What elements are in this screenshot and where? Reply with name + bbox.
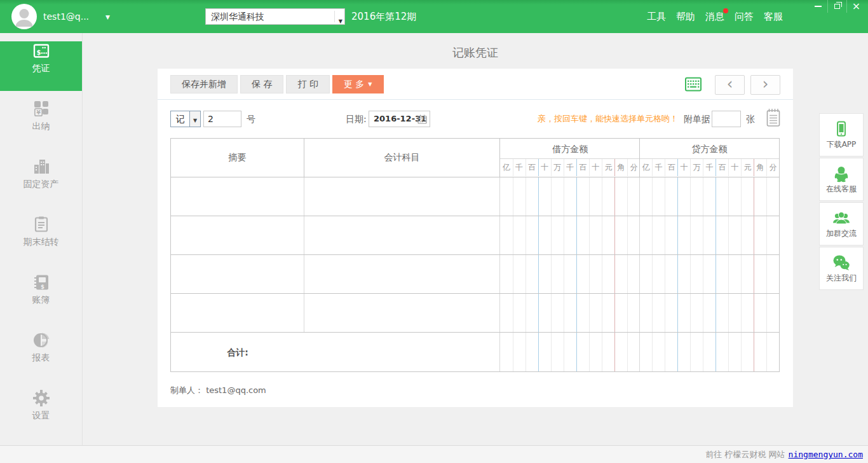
amount-digit-cell[interactable] (526, 177, 538, 216)
amount-digit-cell[interactable] (576, 294, 589, 332)
amount-digit-cell[interactable] (754, 177, 766, 216)
sidebar-item-fixed-assets[interactable]: 固定资产 (0, 157, 82, 207)
amount-digit-cell[interactable] (741, 294, 754, 332)
amount-digit-cell[interactable] (526, 216, 538, 254)
amount-digit-cell[interactable] (690, 294, 703, 332)
amount-digit-cell[interactable] (715, 216, 728, 254)
voucher-word-select[interactable]: 记 ▼ (170, 111, 201, 127)
amount-digit-cell[interactable] (703, 255, 715, 293)
amount-digit-cell[interactable] (677, 294, 690, 332)
amount-digit-cell[interactable] (741, 177, 754, 216)
online-support-card[interactable]: 在线客服 (819, 158, 864, 201)
amount-digit-cell[interactable] (728, 333, 741, 371)
amount-digit-cell[interactable] (602, 255, 614, 293)
amount-digit-cell[interactable] (500, 216, 512, 254)
amount-digit-cell[interactable] (715, 333, 728, 371)
company-select[interactable]: 深圳华通科技 ▼ (205, 8, 345, 25)
voucher-number-input[interactable] (203, 111, 241, 127)
amount-digit-cell[interactable] (766, 216, 779, 254)
sidebar-item-voucher[interactable]: $ 凭证 (0, 41, 82, 91)
amount-digit-cell[interactable] (614, 333, 627, 371)
amount-digit-cell[interactable] (640, 294, 652, 332)
sidebar-item-ledger[interactable]: $ 账簿 (0, 273, 82, 322)
amount-digit-cell[interactable] (690, 216, 703, 254)
user-menu[interactable]: test1@q... (43, 0, 89, 33)
amount-digit-cell[interactable] (614, 255, 627, 293)
amount-digit-cell[interactable] (677, 255, 690, 293)
amount-digit-cell[interactable] (551, 177, 564, 216)
sidebar-item-settings[interactable]: 设置 (0, 389, 82, 438)
amount-digit-cell[interactable] (513, 333, 526, 371)
summary-cell[interactable] (171, 177, 304, 216)
amount-digit-cell[interactable] (564, 294, 576, 332)
amount-digit-cell[interactable] (728, 177, 741, 216)
amount-digit-cell[interactable] (614, 216, 627, 254)
amount-digit-cell[interactable] (538, 177, 551, 216)
account-cell[interactable] (304, 255, 501, 293)
amount-digit-cell[interactable] (652, 177, 665, 216)
amount-digit-cell[interactable] (715, 255, 728, 293)
amount-digit-cell[interactable] (500, 333, 512, 371)
amount-digit-cell[interactable] (665, 177, 677, 216)
amount-digit-cell[interactable] (690, 177, 703, 216)
menu-help[interactable]: 帮助 (676, 11, 695, 23)
amount-digit-cell[interactable] (703, 333, 715, 371)
amount-digit-cell[interactable] (640, 333, 652, 371)
amount-digit-cell[interactable] (576, 216, 589, 254)
amount-digit-cell[interactable] (640, 216, 652, 254)
amount-digit-cell[interactable] (677, 177, 690, 216)
menu-tools[interactable]: 工具 (647, 11, 666, 23)
amount-digit-cell[interactable] (627, 294, 640, 332)
previous-voucher-button[interactable]: ‹ (715, 75, 745, 95)
amount-digit-cell[interactable] (652, 255, 665, 293)
caret-down-icon[interactable]: ▼ (105, 14, 110, 20)
amount-digit-cell[interactable] (754, 294, 766, 332)
amount-digit-cell[interactable] (640, 177, 652, 216)
amount-digit-cell[interactable] (627, 177, 640, 216)
amount-digit-cell[interactable] (754, 216, 766, 254)
amount-digit-cell[interactable] (513, 177, 526, 216)
amount-digit-cell[interactable] (652, 333, 665, 371)
amount-digit-cell[interactable] (690, 333, 703, 371)
summary-cell[interactable] (171, 216, 304, 254)
amount-digit-cell[interactable] (766, 255, 779, 293)
restore-button[interactable] (827, 0, 846, 13)
amount-digit-cell[interactable] (728, 294, 741, 332)
follow-us-card[interactable]: 关注我们 (819, 247, 864, 290)
amount-digit-cell[interactable] (589, 177, 602, 216)
sidebar-item-reports[interactable]: 报表 (0, 331, 82, 380)
amount-digit-cell[interactable] (677, 216, 690, 254)
menu-support[interactable]: 客服 (764, 11, 783, 23)
amount-digit-cell[interactable] (627, 216, 640, 254)
amount-digit-cell[interactable] (627, 333, 640, 371)
amount-digit-cell[interactable] (665, 216, 677, 254)
save-button[interactable]: 保 存 (240, 75, 283, 93)
amount-digit-cell[interactable] (513, 255, 526, 293)
amount-digit-cell[interactable] (627, 255, 640, 293)
calendar-icon[interactable] (417, 114, 427, 124)
amount-digit-cell[interactable] (500, 177, 512, 216)
account-cell[interactable] (304, 216, 501, 254)
amount-digit-cell[interactable] (715, 294, 728, 332)
amount-digit-cell[interactable] (728, 255, 741, 293)
join-group-card[interactable]: 加群交流 (819, 202, 864, 245)
amount-digit-cell[interactable] (652, 216, 665, 254)
keyboard-shortcuts-icon[interactable] (685, 77, 702, 92)
amount-digit-cell[interactable] (614, 177, 627, 216)
attachment-count-input[interactable] (712, 111, 741, 127)
amount-digit-cell[interactable] (703, 294, 715, 332)
amount-digit-cell[interactable] (526, 333, 538, 371)
amount-digit-cell[interactable] (500, 294, 512, 332)
download-app-card[interactable]: 下载APP (819, 113, 864, 156)
menu-qa[interactable]: 问答 (735, 11, 754, 23)
amount-digit-cell[interactable] (538, 294, 551, 332)
amount-digit-cell[interactable] (677, 333, 690, 371)
amount-digit-cell[interactable] (589, 294, 602, 332)
amount-digit-cell[interactable] (564, 216, 576, 254)
amount-digit-cell[interactable] (589, 255, 602, 293)
amount-digit-cell[interactable] (715, 177, 728, 216)
amount-digit-cell[interactable] (551, 216, 564, 254)
sidebar-item-cashier[interactable]: ¥ 出纳 (0, 99, 82, 149)
more-button[interactable]: 更 多 ▼ (332, 75, 384, 93)
notepad-icon[interactable] (766, 108, 780, 127)
